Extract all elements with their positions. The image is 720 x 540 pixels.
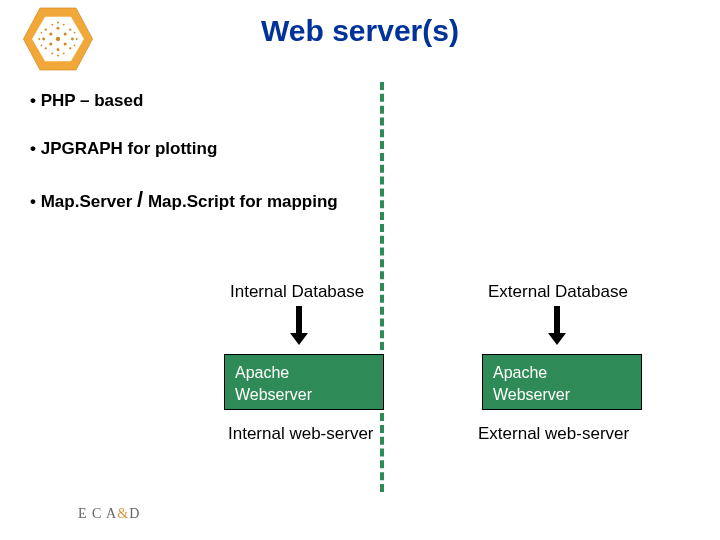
apache-webserver-box-external: Apache Webserver <box>482 354 642 410</box>
bullet-item: • JPGRAPH for plotting <box>30 138 338 160</box>
svg-point-22 <box>63 52 65 54</box>
box-line: Apache <box>235 362 373 384</box>
arrow-down-icon <box>296 306 302 336</box>
footer-text: D <box>129 506 140 521</box>
bullet-text: Map.Script for mapping <box>143 192 338 211</box>
slide-title: Web server(s) <box>0 14 720 48</box>
slide: Web server(s) • PHP – based • JPGRAPH fo… <box>0 0 720 540</box>
external-webserver-caption: External web-server <box>478 424 629 444</box>
footer-text: E C A <box>78 506 117 521</box>
apache-webserver-box-internal: Apache Webserver <box>224 354 384 410</box>
bullet-list: • PHP – based • JPGRAPH for plotting • M… <box>30 90 338 241</box>
box-line: Webserver <box>493 384 631 406</box>
internal-webserver-caption: Internal web-server <box>228 424 374 444</box>
vertical-divider <box>380 82 384 492</box>
footer-ampersand: & <box>117 506 129 521</box>
box-line: Apache <box>493 362 631 384</box>
bullet-item: • Map.Server / Map.Script for mapping <box>30 186 338 215</box>
svg-point-21 <box>51 52 53 54</box>
footer-logo: E C A&D <box>78 506 140 522</box>
internal-database-label: Internal Database <box>230 282 364 302</box>
external-database-label: External Database <box>488 282 628 302</box>
box-line: Webserver <box>235 384 373 406</box>
svg-point-16 <box>57 55 59 57</box>
bullet-item: • PHP – based <box>30 90 338 112</box>
bullet-text: • Map.Server <box>30 192 137 211</box>
svg-point-8 <box>57 48 60 51</box>
arrow-down-icon <box>554 306 560 336</box>
